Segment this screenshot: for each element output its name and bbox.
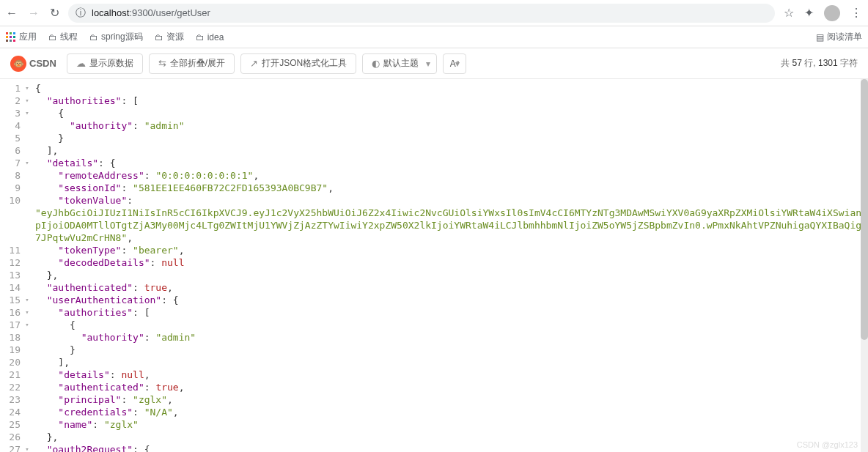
palette-icon: ◐ [372, 58, 380, 69]
forward-icon[interactable]: → [28, 7, 40, 20]
folder-icon: 🗀 [196, 32, 205, 42]
url-port: :9300 [129, 7, 153, 18]
scrollbar-track[interactable] [861, 79, 868, 452]
watermark: CSDN @zglx123 [797, 440, 858, 449]
bookmark-folder[interactable]: 🗀idea [196, 32, 224, 42]
font-size-select[interactable]: Aᵃ [443, 53, 466, 74]
fold-all-button[interactable]: ⇆全部折叠/展开 [149, 53, 235, 74]
star-icon[interactable]: ☆ [784, 6, 794, 20]
folder-icon: 🗀 [89, 32, 98, 42]
stats-text: 共 57 行, 1301 字符 [781, 57, 858, 70]
url-host: localhost [92, 7, 129, 18]
site-info-icon[interactable]: ⓘ [76, 7, 86, 20]
json-viewer: 1234567891011121314151617181920212223242… [0, 79, 868, 452]
fold-gutter: ▾▾▾▾▾▾▾▾ [22, 79, 32, 452]
reading-list-button[interactable]: ▤ 阅读清单 [816, 31, 862, 43]
profile-avatar[interactable] [824, 5, 840, 21]
reload-icon[interactable]: ↻ [50, 6, 59, 20]
folder-icon: 🗀 [155, 32, 163, 42]
address-bar[interactable]: ⓘ localhost:9300/user/getUser [68, 4, 775, 23]
bookmark-folder[interactable]: 🗀spring源码 [89, 31, 143, 43]
cloud-icon: ☁ [76, 58, 86, 69]
show-raw-button[interactable]: ☁显示原数据 [67, 53, 143, 74]
apps-label: 应用 [19, 31, 37, 43]
monkey-icon: 🐵 [10, 56, 26, 72]
bookmark-folder[interactable]: 🗀资源 [155, 31, 184, 43]
url-path: /user/getUser [153, 7, 210, 18]
extensions-icon[interactable]: ✦ [804, 6, 814, 20]
menu-icon[interactable]: ⋮ [850, 6, 862, 20]
folder-icon: 🗀 [48, 32, 57, 42]
code-content[interactable]: { "authorities": [ { "authority": "admin… [32, 79, 868, 452]
scrollbar-thumb[interactable] [861, 79, 868, 340]
reading-list-icon: ▤ [816, 32, 824, 42]
json-tool-button[interactable]: ↗打开JSON格式化工具 [240, 53, 356, 74]
csdn-logo[interactable]: 🐵 CSDN [10, 56, 56, 72]
theme-select[interactable]: ◐默认主题 [362, 53, 437, 74]
bookmarks-bar: 应用 🗀线程 🗀spring源码 🗀资源 🗀idea ▤ 阅读清单 [0, 26, 868, 48]
browser-nav-bar: ← → ↻ ⓘ localhost:9300/user/getUser ☆ ✦ … [0, 0, 868, 26]
external-link-icon: ↗ [250, 58, 258, 69]
csdn-toolbar: 🐵 CSDN ☁显示原数据 ⇆全部折叠/展开 ↗打开JSON格式化工具 ◐默认主… [0, 48, 868, 79]
apps-button[interactable]: 应用 [6, 31, 37, 43]
collapse-icon: ⇆ [158, 58, 166, 69]
line-number-gutter: 1234567891011121314151617181920212223242… [0, 79, 22, 452]
apps-grid-icon [6, 32, 16, 42]
bookmark-folder[interactable]: 🗀线程 [48, 31, 78, 43]
back-icon[interactable]: ← [6, 7, 18, 20]
